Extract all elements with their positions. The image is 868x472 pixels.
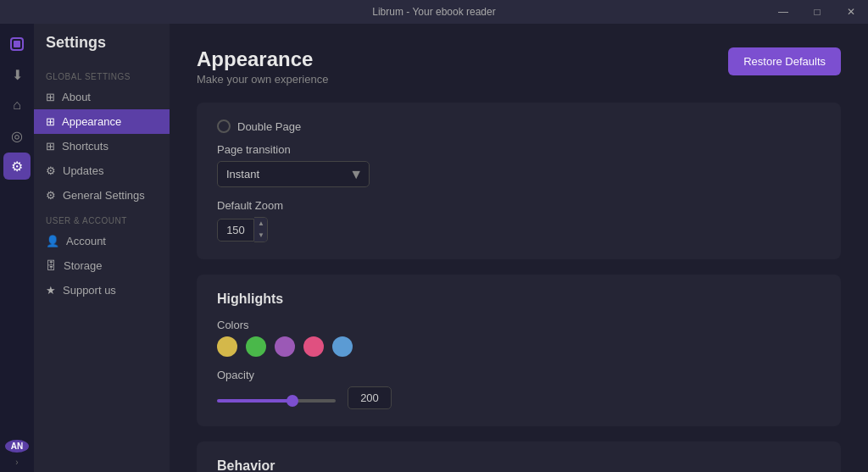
appearance-label: Appearance — [62, 115, 121, 128]
colors-label: Colors — [217, 319, 821, 331]
color-blue[interactable] — [332, 336, 353, 357]
zoom-decrement-button[interactable]: ▼ — [254, 230, 268, 242]
icon-rail: ⬇ ⌂ ◎ ⚙ AN › — [0, 24, 34, 472]
restore-defaults-button[interactable]: Restore Defaults — [728, 47, 841, 75]
opacity-input[interactable] — [348, 386, 392, 409]
updates-icon: ⚙ — [46, 164, 56, 177]
double-page-option[interactable]: Double Page — [217, 119, 821, 133]
storage-label: Storage — [64, 259, 103, 272]
default-zoom-input[interactable] — [217, 219, 254, 242]
app-body: ⬇ ⌂ ◎ ⚙ AN › Settings GLOBAL SETTINGS ⊞ … — [0, 24, 868, 472]
support-label: Support us — [63, 284, 116, 297]
account-icon: 👤 — [46, 235, 59, 247]
behavior-title: Behavior — [217, 458, 821, 472]
double-page-radio[interactable] — [217, 119, 231, 133]
page-transition-select-wrap: Instant Slide Fade ▼ — [217, 161, 370, 187]
sidebar-item-storage[interactable]: 🗄 Storage — [34, 253, 170, 278]
user-account-label: USER & ACCOUNT — [34, 208, 170, 229]
color-pink[interactable] — [303, 336, 324, 357]
shortcuts-icon: ⊞ — [46, 140, 55, 153]
about-icon: ⊞ — [46, 91, 55, 103]
page-title: Appearance — [197, 47, 328, 71]
close-button[interactable]: ✕ — [834, 0, 868, 24]
sidebar-item-shortcuts[interactable]: ⊞ Shortcuts — [34, 134, 170, 158]
logo-icon[interactable] — [3, 31, 31, 58]
titlebar-controls: — □ ✕ — [766, 0, 868, 24]
home-icon[interactable]: ⌂ — [3, 92, 31, 119]
page-header-text: Appearance Make your own experience — [197, 47, 328, 86]
opacity-slider-wrap — [217, 391, 336, 406]
sidebar-item-support[interactable]: ★ Support us — [34, 278, 170, 303]
titlebar-title: Librum - Your ebook reader — [372, 6, 495, 18]
default-zoom-label: Default Zoom — [217, 199, 821, 212]
minimize-button[interactable]: — — [766, 0, 800, 24]
zoom-stepper-buttons: ▲ ▼ — [254, 217, 268, 242]
sidebar-item-account[interactable]: 👤 Account — [34, 229, 170, 253]
highlights-section: Highlights Colors Opacity — [197, 275, 841, 426]
download-icon[interactable]: ⬇ — [3, 61, 31, 88]
sidebar-item-general[interactable]: ⚙ General Settings — [34, 183, 170, 208]
updates-label: Updates — [63, 164, 103, 177]
color-purple[interactable] — [275, 336, 295, 357]
svg-rect-1 — [14, 41, 20, 47]
expand-button[interactable]: › — [10, 458, 24, 467]
main-content: Appearance Make your own experience Rest… — [170, 24, 868, 472]
settings-icon[interactable]: ⚙ — [3, 153, 31, 180]
library-icon[interactable]: ◎ — [3, 122, 31, 149]
page-transition-label: Page transition — [217, 143, 821, 156]
highlight-colors-row — [217, 336, 821, 357]
behavior-section: Behavior Smooth scrolling OFF ON Loop af… — [197, 441, 841, 472]
general-label: General Settings — [63, 189, 145, 202]
color-green[interactable] — [246, 336, 266, 357]
double-page-label: Double Page — [237, 120, 301, 133]
global-settings-label: GLOBAL SETTINGS — [34, 64, 170, 85]
about-label: About — [62, 91, 91, 103]
opacity-row — [217, 386, 821, 409]
sidebar-item-about[interactable]: ⊞ About — [34, 85, 170, 109]
page-subtitle: Make your own experience — [197, 73, 328, 86]
sidebar: Settings GLOBAL SETTINGS ⊞ About ⊞ Appea… — [34, 24, 170, 472]
shortcuts-label: Shortcuts — [62, 140, 108, 153]
general-icon: ⚙ — [46, 189, 56, 202]
user-avatar[interactable]: AN — [5, 440, 29, 453]
appearance-settings-section: Double Page Page transition Instant Slid… — [197, 103, 841, 259]
support-icon: ★ — [46, 284, 56, 297]
color-yellow[interactable] — [217, 336, 237, 357]
zoom-increment-button[interactable]: ▲ — [254, 218, 268, 230]
default-zoom-input-wrap: ▲ ▼ — [217, 217, 268, 242]
opacity-label: Opacity — [217, 369, 821, 381]
account-label: Account — [66, 235, 106, 247]
sidebar-item-updates[interactable]: ⚙ Updates — [34, 158, 170, 183]
appearance-icon: ⊞ — [46, 115, 55, 128]
sidebar-title: Settings — [34, 34, 170, 64]
page-header: Appearance Make your own experience Rest… — [197, 47, 841, 86]
maximize-button[interactable]: □ — [800, 0, 834, 24]
highlights-title: Highlights — [217, 292, 821, 307]
storage-icon: 🗄 — [46, 259, 57, 272]
avatar-area: AN › — [3, 440, 31, 467]
opacity-slider[interactable] — [217, 399, 336, 403]
titlebar: Librum - Your ebook reader — □ ✕ — [0, 0, 868, 24]
page-transition-select[interactable]: Instant Slide Fade — [217, 161, 370, 187]
sidebar-item-appearance[interactable]: ⊞ Appearance — [34, 109, 170, 134]
